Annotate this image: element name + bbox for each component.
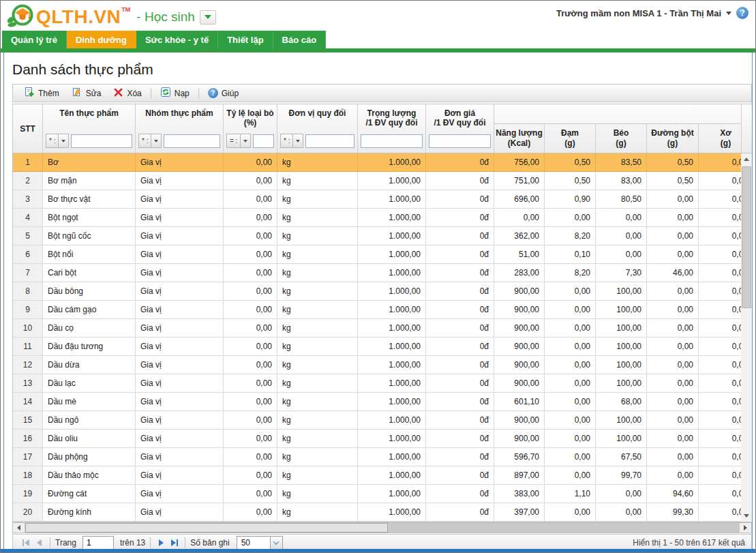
cell-unit: kg — [277, 282, 358, 300]
tab-1[interactable]: Dinh dưỡng — [67, 31, 136, 48]
tab-2[interactable]: Sức khỏe - y tế — [136, 31, 218, 48]
table-row[interactable]: 13Dầu lạcGia vị0,00kg1.000,000đ900,000,0… — [13, 374, 741, 393]
filter-name-operator-button[interactable]: * : — [46, 134, 59, 148]
cell-fiber: 0,00 — [699, 209, 741, 226]
scroll-right-icon[interactable] — [740, 523, 751, 533]
cell-energy: 0,00 — [494, 209, 545, 226]
table-row[interactable]: 10Dầu cọGia vị0,00kg1.000,000đ900,000,00… — [13, 319, 741, 338]
table-row[interactable]: 14Dầu mèGia vị0,00kg1.000,000đ601,100,00… — [13, 393, 741, 411]
table-row[interactable]: 7Cari bộtGia vị0,00kg1.000,000đ283,008,2… — [13, 264, 741, 282]
cell-protein: 0,90 — [545, 190, 596, 208]
filter-ratio-input[interactable] — [253, 134, 274, 148]
cell-price: 0đ — [426, 209, 494, 226]
cell-name: Dầu dừa — [43, 356, 136, 374]
cell-carb: 94,60 — [647, 485, 699, 503]
help-icon[interactable]: ? — [736, 7, 749, 19]
filter-group-operator-dropdown[interactable] — [151, 134, 162, 148]
tab-3[interactable]: Thiết lập — [218, 31, 273, 48]
col-header-fiber-label[interactable]: Xơ(g) — [699, 123, 741, 153]
col-header-ratio[interactable]: Tỷ lệ loại bỏ(%)= : — [224, 104, 277, 153]
table-row[interactable]: 3Bơ thực vậtGia vị0,00kg1.000,000đ696,00… — [13, 190, 741, 209]
cell-unit: kg — [277, 209, 358, 226]
first-page-button[interactable] — [19, 537, 33, 549]
page-size-select[interactable]: 50 — [237, 536, 283, 550]
context-dropdown-button[interactable] — [200, 10, 216, 25]
col-header-unit[interactable]: Đơn vị quy đổi* : — [277, 104, 358, 153]
cell-weight: 1.000,00 — [358, 172, 426, 190]
table-row[interactable]: 18Dầu thảo mộcGia vị0,00kg1.000,000đ897,… — [13, 466, 741, 485]
table-row[interactable]: 1BơGia vị0,00kg1.000,000đ756,000,5083,50… — [13, 153, 741, 172]
vertical-scrollbar[interactable] — [741, 153, 752, 522]
filter-name-input[interactable] — [71, 134, 132, 148]
scroll-up-icon[interactable] — [741, 153, 752, 165]
col-header-price[interactable]: Đơn giá/1 ĐV quy đổi — [426, 104, 494, 153]
cell-protein: 0,50 — [545, 153, 596, 171]
next-page-button[interactable] — [154, 537, 168, 549]
tab-0[interactable]: Quản lý trẻ — [2, 31, 67, 48]
filter-weight-input[interactable] — [361, 134, 423, 148]
scroll-left-icon[interactable] — [13, 523, 25, 533]
cell-ratio: 0,00 — [224, 319, 277, 337]
pager-separator — [50, 537, 50, 548]
filter-group-input[interactable] — [164, 134, 220, 148]
cell-name: Dầu thảo mộc — [43, 466, 136, 484]
cell-ratio: 0,00 — [224, 153, 277, 171]
cell-carb: 0,50 — [647, 172, 699, 190]
table-row[interactable]: 6Bột nổiGia vị0,00kg1.000,000đ51,000,100… — [13, 245, 741, 264]
col-header-fat-label[interactable]: Béo(g) — [596, 123, 647, 153]
filter-name-operator-dropdown[interactable] — [59, 134, 69, 148]
cell-stt: 18 — [13, 466, 43, 484]
chevron-down-icon[interactable] — [270, 537, 282, 550]
table-row[interactable]: 15Dầu ngôGia vị0,00kg1.000,000đ900,000,0… — [13, 411, 741, 430]
last-page-button[interactable] — [168, 537, 181, 549]
table-row[interactable]: 17Dầu phộngGia vị0,00kg1.000,000đ596,700… — [13, 448, 741, 466]
filter-price-input[interactable] — [429, 134, 491, 148]
table-row[interactable]: 11Dầu đậu tươngGia vị0,00kg1.000,000đ900… — [13, 338, 741, 356]
table-row[interactable]: 19Đường cátGia vị0,00kg1.000,000đ383,001… — [13, 485, 741, 503]
col-header-carb-label[interactable]: Đường bột(g) — [647, 123, 699, 153]
col-header-group[interactable]: Nhóm thực phẩm* : — [136, 104, 224, 153]
filter-group-operator-button[interactable]: * : — [138, 134, 151, 148]
col-header-weight[interactable]: Trọng lượng/1 ĐV quy đổi — [358, 104, 426, 153]
table-row[interactable]: 20Đường kínhGia vị0,00kg1.000,000đ397,00… — [13, 503, 741, 522]
col-header-protein-label[interactable]: Đạm(g) — [545, 123, 596, 153]
delete-button[interactable]: Xóa — [108, 86, 147, 101]
horizontal-scrollbar[interactable] — [12, 522, 752, 533]
cell-ratio: 0,00 — [224, 190, 277, 208]
results-status: Hiển thị 1 - 50 trên 617 kết quả — [633, 538, 745, 548]
filter-unit-input[interactable] — [305, 134, 354, 148]
reload-button[interactable]: Nạp — [155, 86, 195, 101]
tab-4[interactable]: Báo cáo — [273, 31, 327, 48]
cell-carb: 0,00 — [647, 338, 699, 355]
cell-group: Gia vị — [136, 374, 224, 392]
help-button[interactable]: ? Giúp — [202, 86, 244, 101]
previous-page-button[interactable] — [33, 537, 46, 549]
table-row[interactable]: 4Bột ngọtGia vị0,00kg1.000,000đ0,000,000… — [13, 209, 741, 227]
table-row[interactable]: 12Dầu dừaGia vị0,00kg1.000,000đ900,000,0… — [13, 356, 741, 374]
scroll-down-icon[interactable] — [741, 510, 752, 522]
page-number-input[interactable] — [82, 536, 114, 549]
table-row[interactable]: 5Bột ngũ cốcGia vị0,00kg1.000,000đ362,00… — [13, 227, 741, 245]
cell-price: 0đ — [426, 172, 494, 190]
vertical-scroll-thumb[interactable] — [742, 166, 751, 308]
col-header-fiber: Xơ(g) — [699, 104, 741, 153]
col-header-name[interactable]: Tên thực phẩm* : — [43, 104, 136, 153]
filter-unit-operator-dropdown[interactable] — [293, 134, 303, 148]
table-row[interactable]: 8Dầu bôngGia vị0,00kg1.000,000đ900,000,0… — [13, 282, 741, 301]
cell-unit: kg — [277, 356, 358, 374]
edit-button[interactable]: Sửa — [66, 86, 107, 101]
cell-weight: 1.000,00 — [358, 448, 426, 466]
filter-ratio-operator-button[interactable]: = : — [226, 134, 241, 148]
table-row[interactable]: 2Bơ mặnGia vị0,00kg1.000,000đ751,000,508… — [13, 172, 741, 190]
horizontal-scroll-thumb[interactable] — [25, 523, 388, 533]
chevron-down-icon[interactable] — [726, 12, 731, 15]
col-header-energy-label[interactable]: Năng lượng(Kcal) — [494, 123, 545, 153]
table-row[interactable]: 9Dầu cám gạoGia vị0,00kg1.000,000đ900,00… — [13, 301, 741, 319]
filter-ratio-operator-dropdown[interactable] — [241, 134, 251, 148]
pager-bar: Trang trên 13 Số bản ghi 50 Hiển thị 1 -… — [12, 534, 752, 549]
cell-fiber: 0,00 — [699, 448, 741, 466]
filter-unit-operator-button[interactable]: * : — [280, 134, 293, 148]
table-row[interactable]: 16Dầu oliuGia vị0,00kg1.000,000đ900,000,… — [13, 430, 741, 448]
user-menu[interactable]: Trường mầm non MISA 1 - Trần Thị Mai — [556, 8, 721, 18]
add-button[interactable]: Thêm — [18, 86, 65, 101]
